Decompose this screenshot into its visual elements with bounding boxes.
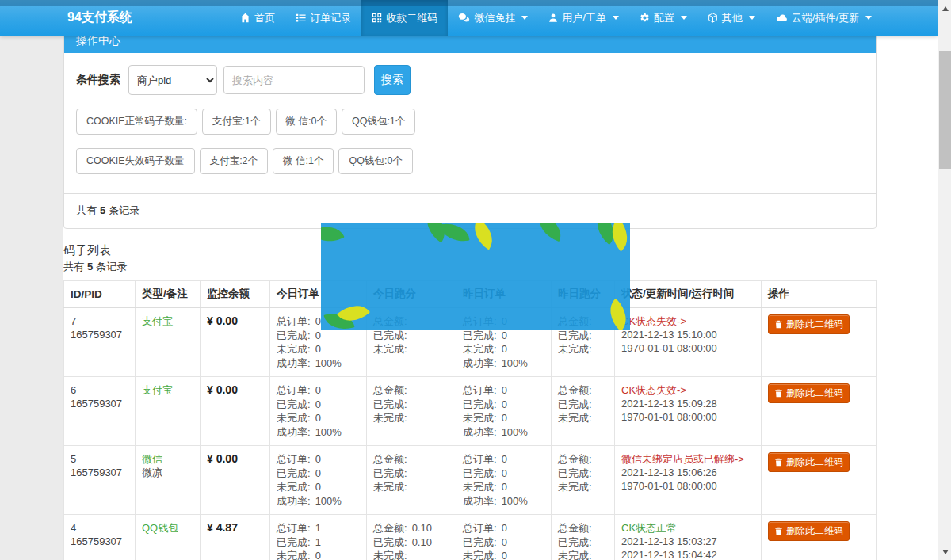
search-label: 条件搜索 (76, 73, 120, 87)
brand[interactable]: 94支付系统 (67, 10, 132, 26)
row-balance: ¥ 0.00 (207, 383, 263, 396)
cell-today-score: 总金额: 已完成: 未完成: (367, 446, 456, 515)
nav-item-wechat-hang[interactable]: 微信免挂 (448, 0, 538, 36)
delete-qrcode-button[interactable]: 删除此二维码 (768, 521, 850, 541)
nav-item-label: 收款二维码 (386, 11, 437, 25)
run-time: 2021-12-13 15:04:42 (621, 548, 754, 560)
record-count-prefix: 共有 (63, 261, 84, 272)
column-header: 操作 (762, 281, 877, 308)
cell-type: 支付宝 (136, 307, 201, 377)
scroll-up-arrow-icon[interactable] (938, 2, 951, 15)
stat-label: 总金额: (373, 452, 407, 467)
cloud-icon (776, 13, 788, 23)
status-text[interactable]: 微信未绑定店员或已解绑-> (621, 452, 754, 466)
caret-down-icon (681, 16, 687, 20)
delete-qrcode-button[interactable]: 删除此二维码 (768, 314, 850, 334)
stat-value: 0 (315, 314, 321, 329)
stat-label: 总金额: (558, 521, 592, 535)
stat-label: 已完成: (463, 329, 497, 343)
stat-label: 未完成: (558, 549, 592, 560)
cookie-invalid-stats: COOKIE失效码子数量支付宝:2个微 信:1个QQ钱包:0个 (76, 148, 864, 174)
nav-item-home[interactable]: 首页 (230, 0, 285, 36)
cell-today-score: 总金额: 已完成: 未完成: (367, 377, 456, 446)
stat-badge: 支付宝:2个 (200, 148, 268, 174)
stat-value: 0 (315, 467, 321, 481)
row-pid: 165759307 (71, 397, 128, 410)
stat-value: 100% (315, 494, 342, 509)
scroll-down-arrow-icon[interactable] (938, 545, 951, 558)
record-count-prefix: 共有 (76, 204, 97, 216)
search-input[interactable] (223, 66, 365, 94)
stat-label: 成功率: (277, 425, 311, 440)
nav-item-config[interactable]: 配置 (629, 0, 697, 36)
list-icon (296, 13, 306, 23)
column-header: ID/PID (64, 281, 136, 308)
run-time: 1970-01-01 08:00:00 (621, 479, 754, 493)
stat-value: 100% (502, 425, 528, 440)
cell-today-order: 总订单:0 已完成:0 未完成:0 成功率:100% (270, 377, 367, 446)
stat-label: 已完成: (558, 535, 592, 550)
stat-value: 0 (315, 411, 321, 425)
cell-today-order: 总订单:0 已完成:0 未完成:0 成功率:100% (270, 446, 367, 515)
vertical-scrollbar[interactable] (938, 0, 951, 560)
status-text: CK状态正常 (621, 521, 754, 535)
nav-item-label: 首页 (254, 11, 275, 25)
status-text[interactable]: CK状态失效-> (621, 314, 754, 328)
update-time: 2021-12-13 15:09:28 (621, 397, 754, 410)
stat-badge: 微 信:0个 (276, 109, 337, 135)
nav-item-label: 配置 (654, 11, 674, 25)
stat-label: 已完成: (373, 329, 407, 343)
stat-label: 未完成: (277, 411, 311, 425)
cell-status: 微信未绑定店员或已解绑-> 2021-12-13 15:06:26 1970-0… (615, 446, 762, 515)
cell-id: 7 165759307 (64, 307, 136, 377)
delete-button-label: 删除此二维码 (786, 455, 843, 469)
record-count-number: 5 (87, 261, 93, 272)
nav-item-label: 云端/插件/更新 (792, 11, 859, 25)
cell-action: 删除此二维码 (762, 515, 877, 560)
nav-item-users[interactable]: 用户/工单 (538, 0, 629, 36)
stat-label: 未完成: (463, 480, 497, 494)
search-button[interactable]: 搜索 (374, 65, 411, 95)
stat-label: 总订单: (463, 521, 497, 535)
delete-qrcode-button[interactable]: 删除此二维码 (768, 383, 850, 403)
nav-item-other[interactable]: 其他 (697, 0, 766, 36)
qrcode-icon (372, 13, 382, 23)
nav-item-orders[interactable]: 订单记录 (285, 0, 361, 36)
operation-panel: 操作中心 条件搜索 商户pid 搜索 COOKIE正常码子数量:支付宝:1个微 … (63, 16, 877, 229)
search-type-select[interactable]: 商户pid (128, 65, 217, 95)
panel-body: 条件搜索 商户pid 搜索 COOKIE正常码子数量:支付宝:1个微 信:0个Q… (64, 53, 876, 186)
caret-down-icon (865, 16, 872, 20)
cell-id: 6 165759307 (64, 377, 136, 446)
cell-status: CK状态失效-> 2021-12-13 15:09:28 1970-01-01 … (615, 377, 762, 446)
nav-item-qrcode[interactable]: 收款二维码 (361, 0, 448, 36)
stat-label: 已完成: (277, 535, 311, 550)
user-icon (548, 13, 558, 23)
update-time: 2021-12-13 15:03:27 (621, 535, 754, 548)
status-text[interactable]: CK状态失效-> (621, 383, 754, 397)
nav-item-label: 订单记录 (310, 11, 351, 25)
row-type: 支付宝 (142, 383, 193, 397)
promo-overlay-image (321, 223, 630, 330)
run-time: 1970-01-01 08:00:00 (621, 341, 754, 355)
stat-value: 0 (315, 383, 321, 398)
row-pid: 165759307 (71, 328, 128, 341)
table-row: 5 165759307 微信 微凉 ¥ 0.00 总订单:0 已完成:0 未完成… (64, 446, 877, 515)
leaf-icon (534, 223, 567, 242)
cell-status: CK状态正常 2021-12-13 15:03:27 2021-12-13 15… (615, 515, 762, 560)
row-id: 7 (71, 314, 128, 328)
stat-badge: COOKIE正常码子数量: (76, 109, 197, 135)
nav-item-cloud[interactable]: 云端/插件/更新 (766, 0, 882, 36)
cell-type: 支付宝 (136, 377, 201, 446)
stat-label: 未完成: (277, 549, 311, 560)
row-type: QQ钱包 (142, 521, 193, 535)
scrollbar-thumb[interactable] (939, 51, 951, 169)
delete-qrcode-button[interactable]: 删除此二维码 (768, 452, 850, 472)
stat-label: 总订单: (277, 452, 311, 467)
record-count-number: 5 (100, 204, 105, 216)
update-time: 2021-12-13 15:06:26 (621, 466, 754, 479)
stat-label: 已完成: (373, 398, 407, 412)
stat-label: 总金额: (373, 521, 407, 535)
cell-balance: ¥ 0.00 (201, 307, 270, 377)
row-pid: 165759307 (71, 466, 128, 479)
row-balance: ¥ 0.00 (207, 452, 263, 465)
